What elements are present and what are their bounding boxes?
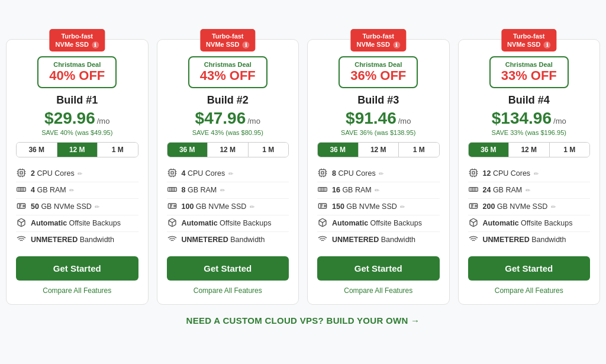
feature-item: UNMETERED Bandwidth (317, 232, 440, 248)
feature-item: 150 GB NVMe SSD ✏ (317, 199, 440, 215)
features-list: 2 CPU Cores ✏4 GB RAM ✏50 GB NVMe SSD ✏A… (16, 166, 138, 248)
term-btn-12m[interactable]: 12 M (208, 143, 249, 157)
term-btn-1m[interactable]: 1 M (550, 143, 590, 157)
compare-all-features-link[interactable]: Compare All Features (43, 286, 111, 295)
feature-text: 4 GB RAM ✏ (31, 186, 74, 194)
term-buttons: 36 M12 M1 M (468, 142, 591, 157)
feature-item: Automatic Offsite Backups (317, 215, 440, 232)
compare-all-features-link[interactable]: Compare All Features (194, 286, 262, 295)
feature-item: 8 CPU Cores ✏ (317, 166, 440, 182)
edit-icon[interactable]: ✏ (69, 187, 74, 194)
term-btn-36m[interactable]: 36 M (318, 143, 359, 157)
term-btn-12m[interactable]: 12 M (509, 143, 550, 157)
get-started-button[interactable]: Get Started (317, 256, 440, 281)
christmas-deal-box: Christmas Deal40% OFF (37, 56, 117, 88)
feature-item: UNMETERED Bandwidth (468, 232, 591, 248)
feature-item: 8 GB RAM ✏ (167, 182, 289, 199)
term-btn-1m[interactable]: 1 M (399, 143, 439, 157)
turbo-info-icon[interactable]: ℹ (393, 41, 400, 49)
turbo-badge: Turbo-fastNVMe SSD ℹ (200, 29, 255, 52)
feature-text: 150 GB NVMe SSD ✏ (332, 202, 405, 211)
cpu-icon (167, 168, 178, 179)
save-text: SAVE 36% (was $138.95) (341, 129, 415, 136)
svg-rect-54 (318, 187, 327, 191)
feature-text: Automatic Offsite Backups (182, 219, 272, 227)
plan-name: Build #4 (508, 94, 550, 107)
term-btn-36m[interactable]: 36 M (167, 143, 208, 157)
term-buttons: 36 M12 M1 M (167, 142, 289, 157)
price-period: /mo (97, 117, 110, 125)
term-btn-36m[interactable]: 36 M (469, 143, 510, 157)
edit-icon[interactable]: ✏ (551, 204, 556, 210)
discount-pct: 40% OFF (49, 68, 105, 83)
bottom-cta[interactable]: NEED A CUSTOM CLOUD VPS? BUILD YOUR OWN … (186, 315, 420, 326)
edit-icon[interactable]: ✏ (526, 187, 530, 194)
wifi-icon (16, 234, 27, 246)
get-started-button[interactable]: Get Started (167, 256, 289, 281)
price-amount: $91.46 (346, 109, 397, 128)
svg-rect-23 (171, 172, 173, 174)
term-btn-36m[interactable]: 36 M (17, 143, 57, 157)
term-buttons: 36 M12 M1 M (317, 142, 440, 157)
price-amount: $29.96 (44, 109, 95, 128)
term-btn-12m[interactable]: 12 M (359, 143, 399, 157)
turbo-badge: Turbo-fastNVMe SSD ℹ (50, 29, 105, 52)
edit-icon[interactable]: ✏ (400, 204, 405, 210)
christmas-deal-box: Christmas Deal43% OFF (188, 56, 267, 88)
feature-item: Automatic Offsite Backups (167, 215, 289, 232)
compare-all-features-link[interactable]: Compare All Features (344, 286, 412, 295)
edit-icon[interactable]: ✏ (250, 204, 254, 210)
turbo-badge: Turbo-fastNVMe SSD ℹ (501, 29, 556, 52)
save-text: SAVE 43% (was $80.95) (192, 129, 263, 136)
svg-rect-76 (469, 187, 478, 191)
term-btn-1m[interactable]: 1 M (98, 143, 138, 157)
feature-item: 4 CPU Cores ✏ (167, 166, 289, 182)
turbo-info-icon[interactable]: ℹ (543, 41, 550, 49)
edit-icon[interactable]: ✏ (228, 170, 233, 177)
feature-text: UNMETERED Bandwidth (182, 236, 265, 244)
turbo-info-icon[interactable]: ℹ (242, 41, 249, 49)
edit-icon[interactable]: ✏ (534, 170, 539, 177)
term-buttons: 36 M12 M1 M (16, 142, 138, 157)
turbo-info-icon[interactable]: ℹ (92, 41, 99, 49)
feature-text: Automatic Offsite Backups (483, 219, 573, 227)
edit-icon[interactable]: ✏ (375, 187, 379, 194)
cpu-icon (468, 168, 479, 179)
get-started-button[interactable]: Get Started (468, 256, 591, 281)
edit-icon[interactable]: ✏ (220, 187, 225, 194)
price-row: $134.96/mo (492, 109, 566, 128)
feature-text: 200 GB NVMe SSD ✏ (483, 202, 556, 211)
ssd-icon (317, 201, 328, 212)
edit-icon[interactable]: ✏ (95, 204, 99, 210)
feature-text: UNMETERED Bandwidth (483, 236, 566, 244)
feature-text: 2 CPU Cores ✏ (31, 169, 82, 178)
wifi-icon (167, 234, 178, 246)
feature-text: 4 CPU Cores ✏ (182, 169, 233, 178)
svg-point-82 (475, 205, 476, 207)
svg-rect-44 (320, 169, 326, 176)
feature-item: 2 CPU Cores ✏ (16, 166, 138, 182)
feature-item: 16 GB RAM ✏ (317, 182, 440, 199)
term-btn-1m[interactable]: 1 M (249, 143, 289, 157)
edit-icon[interactable]: ✏ (379, 170, 383, 177)
christmas-deal-box: Christmas Deal36% OFF (339, 56, 418, 88)
compare-all-features-link[interactable]: Compare All Features (495, 286, 563, 295)
svg-rect-45 (321, 172, 324, 174)
price-row: $91.46/mo (346, 109, 411, 128)
svg-point-60 (324, 205, 326, 207)
feature-item: 50 GB NVMe SSD ✏ (16, 199, 138, 215)
feature-text: Automatic Offsite Backups (31, 219, 121, 227)
ram-icon (468, 185, 479, 196)
svg-rect-10 (17, 187, 26, 191)
plan-card-build1: Turbo-fastNVMe SSD ℹChristmas Deal40% OF… (6, 39, 149, 305)
plan-card-build3: Turbo-fastNVMe SSD ℹChristmas Deal36% OF… (307, 39, 450, 305)
term-btn-12m[interactable]: 12 M (57, 143, 98, 157)
edit-icon[interactable]: ✏ (78, 170, 82, 177)
feature-item: 4 GB RAM ✏ (16, 182, 138, 199)
ssd-icon (167, 201, 178, 212)
ram-icon (16, 185, 27, 196)
plans-container: Turbo-fastNVMe SSD ℹChristmas Deal40% OF… (6, 39, 600, 305)
get-started-button[interactable]: Get Started (16, 256, 138, 281)
backup-icon (167, 218, 178, 229)
ram-icon (317, 185, 328, 196)
